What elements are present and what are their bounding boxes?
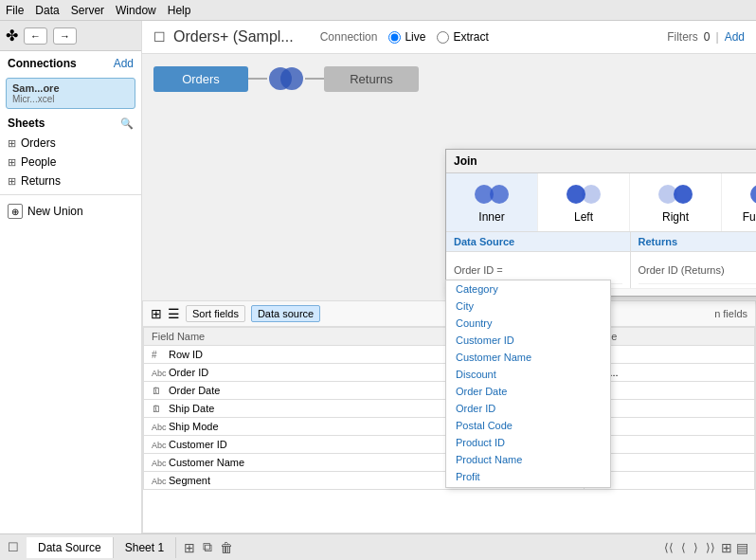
list-view-icon[interactable]: ▤ — [736, 540, 748, 555]
nav-last-arrow[interactable]: ⟩⟩ — [704, 541, 717, 554]
field-name: Order Date — [169, 385, 220, 396]
inner-c2 — [490, 185, 509, 204]
dropdown-item-postalcode[interactable]: Postal Code — [446, 417, 610, 434]
venn-right-circle — [280, 67, 303, 90]
join-dialog: Join ✕ Inner — [445, 149, 756, 297]
sidebar-item-returns[interactable]: ⊞ Returns — [0, 172, 141, 190]
dropdown-item-productid[interactable]: Product ID — [446, 434, 610, 451]
dropdown-item-customername[interactable]: Customer Name — [446, 349, 610, 366]
sheets-header: Sheets 🔍 — [0, 111, 141, 134]
line-left — [248, 78, 267, 80]
sidebar-nav: ✤ ← → — [0, 21, 141, 51]
join-type-right[interactable]: Right — [630, 173, 722, 231]
dropdown-item-category[interactable]: Category — [446, 280, 610, 298]
field-name: Customer ID — [169, 439, 227, 450]
menu-data[interactable]: Data — [35, 4, 59, 17]
connections-add-link[interactable]: Add — [114, 57, 134, 70]
nav-first-arrow[interactable]: ⟨⟨ — [662, 541, 675, 554]
live-radio[interactable] — [388, 31, 401, 44]
dropdown-item-discount[interactable]: Discount — [446, 366, 610, 383]
join-connector[interactable] — [248, 62, 324, 96]
menu-window[interactable]: Window — [116, 4, 156, 17]
sidebar-item-orders[interactable]: ⊞ Orders — [0, 134, 141, 153]
connection-name: Sam...ore — [12, 82, 129, 94]
dropdown-item-productname[interactable]: Product Name — [446, 451, 610, 468]
orders-table-box[interactable]: Orders — [153, 66, 248, 92]
dropdown-item-orderdate[interactable]: Order Date — [446, 383, 610, 400]
sheet1-tab-label: Sheet 1 — [125, 541, 164, 554]
right-field-value[interactable]: Order ID (Returns) — [639, 256, 757, 284]
join-inner-label: Inner — [478, 210, 504, 224]
sheet1-tab[interactable]: Sheet 1 — [114, 537, 176, 558]
menubar: File Data Server Window Help — [0, 0, 756, 21]
connection-label: Connection — [320, 30, 378, 44]
type-icon: 🗓 — [152, 404, 169, 414]
field-name: Row ID — [169, 349, 203, 360]
filters-add-link[interactable]: Add — [725, 30, 745, 44]
type-icon: Abc — [152, 423, 169, 432]
sheet-people-label: People — [21, 155, 56, 169]
join-left-col-header: Data Source — [446, 232, 630, 252]
dropdown-item-city[interactable]: City — [446, 298, 610, 315]
dropdown-item-quantity[interactable]: Quantity — [446, 485, 610, 488]
join-right-col: Returns Order ID (Returns) — [631, 232, 757, 288]
field-name: Customer Name — [169, 457, 244, 468]
content-area: ✤ ← → Connections Add Sam...ore Micr...x… — [0, 21, 756, 533]
back-button[interactable]: ← — [24, 27, 47, 45]
bottom-tab-icons: ☐ — [0, 540, 27, 554]
data-source-tab-label: Data Source — [38, 541, 101, 554]
type-icon: # — [152, 350, 169, 360]
tab-actions: ⊞ ⧉ 🗑 — [182, 539, 235, 555]
menu-file[interactable]: File — [6, 4, 24, 17]
join-left-label: Left — [574, 210, 593, 224]
new-union-icon: ⊕ — [8, 204, 23, 219]
connection-options: Connection Live Extract — [320, 30, 489, 44]
right-c2 — [674, 185, 693, 204]
join-full-outer-label: Full Outer — [743, 210, 756, 224]
returns-table-box[interactable]: Returns — [324, 66, 419, 92]
field-name: Segment — [169, 475, 210, 486]
live-radio-group[interactable]: Live — [388, 30, 425, 44]
dropdown-item-country[interactable]: Country — [446, 315, 610, 332]
delete-sheet-button[interactable]: 🗑 — [218, 539, 235, 555]
extract-radio-group[interactable]: Extract — [437, 30, 488, 44]
dropdown-item-orderid[interactable]: Order ID — [446, 400, 610, 417]
join-type-inner[interactable]: Inner — [446, 173, 538, 231]
search-icon[interactable]: 🔍 — [120, 117, 134, 130]
line-right — [305, 78, 324, 80]
duplicate-sheet-button[interactable]: ⧉ — [201, 539, 214, 555]
type-icon: Abc — [152, 441, 169, 450]
new-union-item[interactable]: ⊕ New Union — [0, 199, 141, 224]
data-source-button[interactable]: Data source — [251, 305, 320, 322]
field-name: Ship Date — [169, 403, 214, 414]
filters-area: Filters 0 | Add — [667, 30, 745, 44]
grid-view-icon[interactable]: ⊞ — [721, 540, 732, 555]
grid-icon-returns: ⊞ — [8, 175, 16, 188]
join-venn-icon[interactable] — [267, 62, 305, 96]
menu-server[interactable]: Server — [71, 4, 104, 17]
dropdown-item-profit[interactable]: Profit — [446, 468, 610, 485]
grid-view-button[interactable]: ⊞ — [151, 306, 162, 321]
app: ✤ ← → Connections Add Sam...ore Micr...x… — [0, 21, 756, 560]
join-type-full-outer[interactable]: Full Outer — [722, 173, 756, 231]
type-icon: 🗓 — [152, 386, 169, 396]
extract-radio[interactable] — [437, 31, 449, 44]
sheet-orders-label: Orders — [21, 136, 56, 150]
add-sheet-button[interactable]: ⊞ — [182, 539, 197, 555]
dropdown-item-customerid[interactable]: Customer ID — [446, 332, 610, 349]
forward-button[interactable]: → — [53, 27, 77, 45]
list-view-button[interactable]: ☰ — [168, 306, 180, 321]
nav-prev-arrow[interactable]: ⟨ — [679, 541, 688, 554]
filters-count: 0 — [704, 30, 711, 44]
menu-help[interactable]: Help — [168, 4, 191, 17]
sort-fields-button[interactable]: Sort fields — [186, 305, 245, 322]
table-icon: ☐ — [153, 29, 166, 45]
connection-item[interactable]: Sam...ore Micr...xcel — [6, 78, 135, 109]
join-type-left[interactable]: Left — [538, 173, 630, 231]
full-c1 — [750, 185, 756, 204]
data-source-tab[interactable]: Data Source — [27, 537, 114, 558]
sidebar-item-people[interactable]: ⊞ People — [0, 153, 141, 172]
grid-icon-people: ⊞ — [8, 156, 16, 169]
nav-next-arrow[interactable]: ⟩ — [692, 541, 700, 554]
field-name: Order ID — [169, 367, 208, 378]
